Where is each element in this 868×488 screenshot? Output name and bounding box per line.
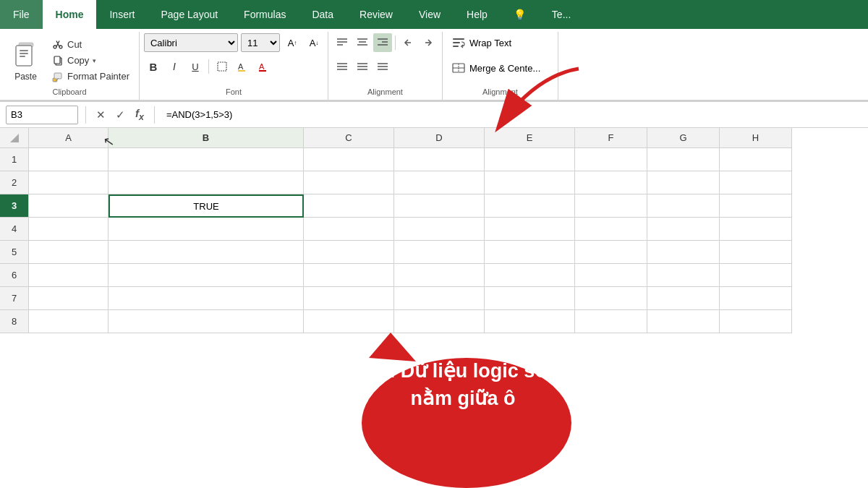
font-family-select[interactable]: Calibri [144, 33, 238, 52]
col-header-d[interactable]: D [394, 128, 485, 148]
cell-c1[interactable] [304, 148, 394, 171]
bold-button[interactable]: B [144, 57, 163, 76]
copy-dropdown-arrow[interactable]: ▾ [93, 57, 96, 64]
cell-f4[interactable] [575, 218, 647, 241]
italic-button[interactable]: I [165, 57, 184, 76]
cell-d1[interactable] [394, 148, 485, 171]
cell-g6[interactable] [647, 264, 720, 287]
cell-h7[interactable] [720, 287, 792, 310]
cell-e2[interactable] [485, 171, 575, 194]
cell-f3[interactable] [575, 194, 647, 218]
cell-b3[interactable]: TRUE [109, 194, 304, 218]
cut-button[interactable]: Cut [48, 38, 133, 52]
increase-indent-button[interactable] [419, 33, 438, 52]
col-header-f[interactable]: F [575, 128, 647, 148]
cell-b8[interactable] [109, 310, 304, 333]
insert-function-icon[interactable]: fx [132, 106, 147, 124]
cell-c3[interactable] [304, 194, 394, 218]
cell-b4[interactable] [109, 218, 304, 241]
font-size-select[interactable]: 11 [241, 33, 280, 52]
row-header-3[interactable]: 3 [0, 194, 29, 218]
cell-b5[interactable] [109, 241, 304, 264]
cell-c4[interactable] [304, 218, 394, 241]
cell-d2[interactable] [394, 171, 485, 194]
confirm-formula-icon[interactable]: ✓ [113, 107, 128, 123]
underline-button[interactable]: U [186, 57, 205, 76]
row-header-8[interactable]: 8 [0, 310, 29, 333]
cancel-formula-icon[interactable]: ✕ [93, 107, 109, 123]
tab-lightbulb[interactable]: 💡 [501, 0, 539, 29]
cell-h5[interactable] [720, 241, 792, 264]
cell-f2[interactable] [575, 171, 647, 194]
cell-f5[interactable] [575, 241, 647, 264]
cell-h1[interactable] [720, 148, 792, 171]
row-header-4[interactable]: 4 [0, 218, 29, 241]
row-header-2[interactable]: 2 [0, 171, 29, 194]
row-header-6[interactable]: 6 [0, 264, 29, 287]
cell-b7[interactable] [109, 287, 304, 310]
cell-d8[interactable] [394, 310, 485, 333]
cell-c6[interactable] [304, 264, 394, 287]
tab-review[interactable]: Review [346, 0, 406, 29]
col-header-e[interactable]: E [485, 128, 575, 148]
copy-button[interactable]: Copy ▾ [48, 53, 133, 68]
cell-f1[interactable] [575, 148, 647, 171]
increase-font-button[interactable]: A↑ [283, 33, 302, 52]
align-bottom-button[interactable] [373, 57, 392, 76]
cell-e1[interactable] [485, 148, 575, 171]
cell-a8[interactable] [29, 310, 109, 333]
cell-c7[interactable] [304, 287, 394, 310]
tab-file[interactable]: File [0, 0, 43, 29]
cell-c5[interactable] [304, 241, 394, 264]
cell-g3[interactable] [647, 194, 720, 218]
cell-a4[interactable] [29, 218, 109, 241]
cell-b6[interactable] [109, 264, 304, 287]
format-painter-button[interactable]: Format Painter [48, 69, 133, 84]
cell-h2[interactable] [720, 171, 792, 194]
cell-reference-box[interactable]: B3 [6, 106, 78, 124]
cell-e6[interactable] [485, 264, 575, 287]
col-header-c[interactable]: C [304, 128, 394, 148]
cell-a1[interactable] [29, 148, 109, 171]
cell-c8[interactable] [304, 310, 394, 333]
tab-help[interactable]: Help [454, 0, 501, 29]
align-center-button[interactable] [353, 33, 372, 52]
cell-d6[interactable] [394, 264, 485, 287]
formula-input[interactable] [162, 106, 862, 124]
col-header-b[interactable]: B [109, 128, 304, 148]
tab-extra[interactable]: Te... [539, 0, 584, 29]
cell-g7[interactable] [647, 287, 720, 310]
cell-e8[interactable] [485, 310, 575, 333]
cell-d4[interactable] [394, 218, 485, 241]
cell-f8[interactable] [575, 310, 647, 333]
tab-view[interactable]: View [406, 0, 454, 29]
cell-e3[interactable] [485, 194, 575, 218]
col-header-a[interactable]: A [29, 128, 109, 148]
cell-a5[interactable] [29, 241, 109, 264]
cell-a6[interactable] [29, 264, 109, 287]
wrap-text-button[interactable]: Wrap Text [448, 33, 514, 52]
border-button[interactable] [213, 57, 231, 76]
col-header-h[interactable]: H [720, 128, 792, 148]
merge-center-button[interactable]: Merge & Cente... [448, 59, 543, 77]
cell-b1[interactable] [109, 148, 304, 171]
cell-c2[interactable] [304, 171, 394, 194]
cell-h3[interactable] [720, 194, 792, 218]
align-left-button[interactable] [333, 57, 352, 76]
cell-a3[interactable] [29, 194, 109, 218]
tab-formulas[interactable]: Formulas [231, 0, 299, 29]
tab-page-layout[interactable]: Page Layout [148, 0, 231, 29]
paste-button[interactable]: Paste [6, 37, 46, 85]
cell-d5[interactable] [394, 241, 485, 264]
decrease-font-button[interactable]: A↓ [305, 33, 323, 52]
cell-f6[interactable] [575, 264, 647, 287]
row-header-1[interactable]: 1 [0, 148, 29, 171]
cell-d7[interactable] [394, 287, 485, 310]
tab-insert[interactable]: Insert [96, 0, 148, 29]
cell-h4[interactable] [720, 218, 792, 241]
cell-d3[interactable] [394, 194, 485, 218]
cell-b2[interactable] [109, 171, 304, 194]
cell-e5[interactable] [485, 241, 575, 264]
col-header-g[interactable]: G [647, 128, 720, 148]
cell-h8[interactable] [720, 310, 792, 333]
